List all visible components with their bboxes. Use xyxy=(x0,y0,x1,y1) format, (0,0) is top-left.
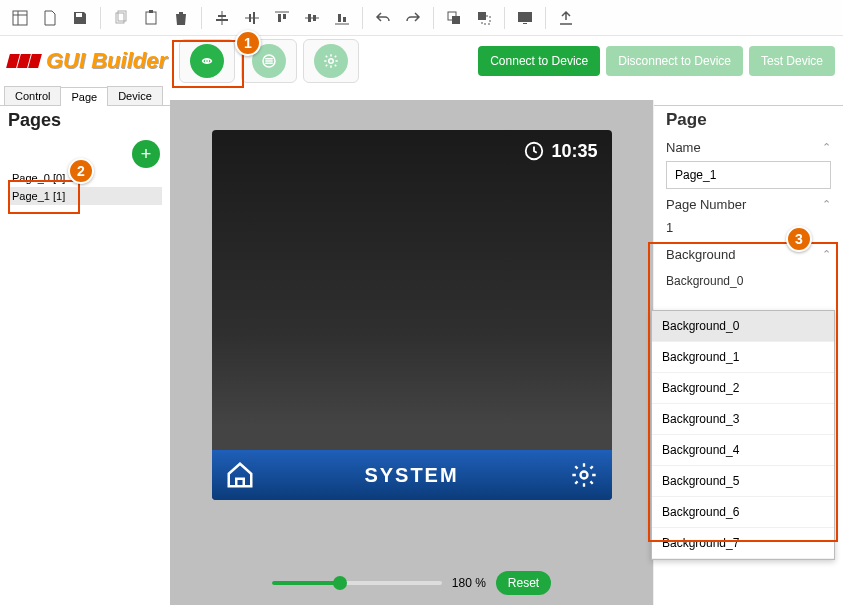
disconnect-button[interactable]: Disconnect to Device xyxy=(606,46,743,76)
page-list-item[interactable]: Page_0 [0] xyxy=(8,169,162,187)
brand: GUI Builder xyxy=(8,48,167,74)
zoom-value: 180 % xyxy=(452,576,486,590)
zoom-reset-button[interactable]: Reset xyxy=(496,571,551,595)
svg-rect-12 xyxy=(249,14,251,22)
svg-rect-7 xyxy=(149,10,153,13)
zoom-slider[interactable] xyxy=(272,581,442,585)
dropdown-item[interactable]: Background_2 xyxy=(652,373,834,404)
screen-icon[interactable] xyxy=(511,4,539,32)
svg-point-29 xyxy=(206,60,209,63)
background-label: Background xyxy=(666,247,735,262)
sidebar-title: Pages xyxy=(8,110,162,131)
device-statusbar: 10:35 xyxy=(523,140,597,162)
canvas-area: 10:35 SYSTEM 180 % Reset xyxy=(170,100,653,605)
background-value[interactable]: Background_0 xyxy=(666,268,831,294)
svg-rect-27 xyxy=(518,12,532,22)
test-device-button[interactable]: Test Device xyxy=(749,46,835,76)
align-bottom-icon[interactable] xyxy=(328,4,356,32)
brand-row: GUI Builder Connect to Device Disconnect… xyxy=(0,36,843,86)
name-label: Name xyxy=(666,140,701,155)
paste-icon[interactable] xyxy=(137,4,165,32)
dropdown-item[interactable]: Background_5 xyxy=(652,466,834,497)
background-dropdown[interactable]: Background_0 Background_1 Background_2 B… xyxy=(651,310,835,560)
dropdown-item[interactable]: Background_1 xyxy=(652,342,834,373)
chevron-up-icon[interactable]: ⌃ xyxy=(822,141,831,154)
home-icon[interactable] xyxy=(218,453,262,497)
dropdown-item[interactable]: Background_3 xyxy=(652,404,834,435)
svg-rect-18 xyxy=(308,14,311,22)
align-top-icon[interactable] xyxy=(268,4,296,32)
brand-title: GUI Builder xyxy=(46,48,167,74)
mode-design-button[interactable] xyxy=(179,39,235,83)
main-toolbar xyxy=(0,0,843,36)
svg-rect-13 xyxy=(253,12,255,24)
svg-rect-0 xyxy=(13,11,27,25)
clock-icon xyxy=(523,140,545,162)
pages-sidebar: Pages + Page_0 [0] Page_1 [1] xyxy=(0,100,170,605)
svg-rect-26 xyxy=(478,12,486,20)
svg-point-34 xyxy=(329,59,334,64)
mode-settings-button[interactable] xyxy=(303,39,359,83)
svg-rect-9 xyxy=(218,15,226,17)
align-center-h-icon[interactable] xyxy=(208,4,236,32)
page-number-value: 1 xyxy=(666,218,831,239)
connect-button[interactable]: Connect to Device xyxy=(478,46,600,76)
page-number-label: Page Number xyxy=(666,197,746,212)
zoom-controls: 180 % Reset xyxy=(170,571,653,595)
grid-icon[interactable] xyxy=(6,4,34,32)
align-center-v-icon[interactable] xyxy=(238,4,266,32)
svg-rect-28 xyxy=(523,23,527,24)
svg-rect-3 xyxy=(76,13,82,17)
chevron-up-icon[interactable]: ⌃ xyxy=(822,248,831,261)
align-middle-icon[interactable] xyxy=(298,4,326,32)
undo-icon[interactable] xyxy=(369,4,397,32)
device-clock: 10:35 xyxy=(551,141,597,162)
panel-title: Page xyxy=(666,110,831,130)
bring-front-icon[interactable] xyxy=(440,4,468,32)
dropdown-item[interactable]: Background_7 xyxy=(652,528,834,559)
svg-rect-22 xyxy=(343,17,346,22)
device-preview[interactable]: 10:35 SYSTEM xyxy=(212,130,612,500)
device-title: SYSTEM xyxy=(262,464,562,487)
svg-rect-19 xyxy=(313,15,316,21)
mode-list-button[interactable] xyxy=(241,39,297,83)
svg-rect-15 xyxy=(278,14,281,22)
chevron-up-icon[interactable]: ⌃ xyxy=(822,198,831,211)
svg-point-36 xyxy=(580,472,587,479)
add-page-button[interactable]: + xyxy=(132,140,160,168)
svg-rect-21 xyxy=(338,14,341,22)
redo-icon[interactable] xyxy=(399,4,427,32)
svg-rect-6 xyxy=(146,12,156,24)
new-file-icon[interactable] xyxy=(36,4,64,32)
upload-icon[interactable] xyxy=(552,4,580,32)
save-icon[interactable] xyxy=(66,4,94,32)
gear-icon[interactable] xyxy=(562,453,606,497)
copy-icon[interactable] xyxy=(107,4,135,32)
dropdown-item[interactable]: Background_6 xyxy=(652,497,834,528)
device-navbar: SYSTEM xyxy=(212,450,612,500)
brand-logo-icon xyxy=(8,54,40,68)
dropdown-item[interactable]: Background_4 xyxy=(652,435,834,466)
name-input[interactable] xyxy=(666,161,831,189)
page-list-item[interactable]: Page_1 [1] xyxy=(8,187,162,205)
dropdown-item[interactable]: Background_0 xyxy=(652,311,834,342)
svg-rect-24 xyxy=(452,16,460,24)
svg-rect-10 xyxy=(216,19,228,21)
svg-rect-16 xyxy=(283,14,286,19)
send-back-icon[interactable] xyxy=(470,4,498,32)
delete-icon[interactable] xyxy=(167,4,195,32)
